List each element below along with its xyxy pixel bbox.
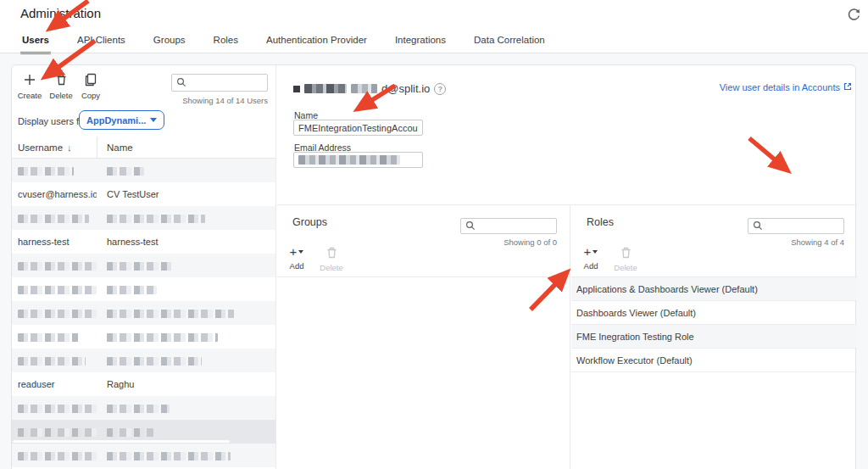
users-search [171, 74, 268, 92]
name-cell [97, 284, 275, 294]
roles-add-button[interactable]: + Add [578, 246, 604, 271]
redacted-text [18, 428, 97, 437]
plus-icon: + [290, 246, 304, 258]
users-table-body: cvuser@harness.ioCV TestUserharness-test… [12, 159, 275, 467]
table-row[interactable]: cvuser@harness.ioCV TestUser [12, 182, 275, 206]
redacted-text [298, 155, 400, 165]
tab-divider [0, 53, 868, 53]
table-row[interactable] [12, 420, 275, 444]
tab-groups[interactable]: Groups [152, 35, 187, 54]
users-panel: Create Delete Copy Showing 14 of [12, 65, 276, 469]
redacted-text [107, 215, 205, 223]
trash-icon [316, 246, 347, 260]
users-showing-count: Showing 14 of 14 Users [12, 96, 268, 105]
name-cell [97, 355, 275, 366]
name-cell [97, 403, 275, 413]
role-row[interactable]: Dashboards Viewer (Default) [571, 301, 857, 325]
username-cell [12, 284, 97, 294]
tab-users[interactable]: Users [20, 35, 51, 54]
roles-list: Applications & Dashboards Viewer (Defaul… [571, 277, 857, 372]
name-cell [97, 165, 275, 176]
name-cell [97, 450, 275, 461]
redacted-text [107, 333, 218, 342]
username-cell [12, 213, 97, 223]
name-column-header[interactable]: Name [97, 142, 133, 153]
table-row[interactable] [12, 301, 275, 325]
tab-authentication-provider[interactable]: Authentication Provider [264, 35, 369, 54]
groups-delete-button[interactable]: Delete [316, 246, 347, 272]
sort-down-icon[interactable]: ↓ [67, 142, 72, 153]
roles-search-input[interactable] [766, 221, 839, 232]
name-cell [97, 260, 275, 271]
redacted-text [18, 167, 74, 176]
table-row[interactable]: harness-testharness-test [12, 230, 275, 254]
name-cell [97, 308, 275, 318]
groups-showing-count: Showing 0 of 0 [504, 237, 557, 247]
refresh-button[interactable] [845, 8, 862, 25]
tab-data-correlation[interactable]: Data Correlation [472, 35, 547, 54]
help-icon[interactable]: ? [434, 83, 446, 95]
groups-add-button[interactable]: + Add [284, 246, 309, 271]
table-row[interactable] [12, 444, 275, 467]
refresh-icon [846, 8, 861, 25]
username-cell [12, 165, 97, 176]
table-row[interactable] [12, 254, 275, 277]
role-row[interactable]: FME Inegration Testing Role [571, 325, 857, 349]
search-icon [465, 219, 476, 234]
administration-screen: Administration Users API Clients Groups … [0, 0, 868, 469]
redacted-text [304, 84, 347, 93]
email-input[interactable] [293, 152, 423, 168]
username-cell [12, 355, 97, 366]
redacted-text [351, 84, 377, 93]
redacted-text [107, 428, 153, 437]
users-search-input[interactable] [190, 78, 263, 88]
redacted-text [18, 262, 97, 271]
page-title: Administration [20, 6, 101, 20]
table-row[interactable] [12, 277, 275, 301]
table-row[interactable] [12, 396, 275, 420]
redacted-text [107, 357, 202, 366]
content-card: Create Delete Copy Showing 14 of [11, 64, 856, 469]
tab-api-clients[interactable]: API Clients [75, 35, 127, 54]
name-input[interactable] [293, 120, 423, 136]
groups-search-input[interactable] [479, 221, 552, 232]
redacted-text [18, 452, 97, 461]
groups-add-label: Add [284, 261, 309, 271]
redacted-text [18, 310, 97, 318]
tab-roles[interactable]: Roles [212, 35, 240, 54]
roles-add-label: Add [578, 261, 604, 271]
table-row[interactable] [12, 206, 275, 230]
groups-title: Groups [292, 216, 327, 228]
table-row[interactable] [12, 349, 275, 372]
user-detail-section: d@split.io ? View user details in Accoun… [277, 65, 857, 205]
role-row[interactable]: Applications & Dashboards Viewer (Defaul… [571, 277, 857, 301]
copy-icon [75, 73, 107, 87]
table-row[interactable] [12, 325, 275, 349]
table-row[interactable]: readuserRaghu [12, 372, 275, 396]
redacted-text [18, 215, 89, 223]
redacted-text [107, 286, 157, 294]
tab-integrations[interactable]: Integrations [393, 35, 448, 54]
trash-icon [610, 246, 641, 260]
redacted-text [18, 286, 97, 294]
view-user-details-link[interactable]: View user details in Accounts [720, 82, 852, 92]
bullet-square-icon [293, 86, 300, 92]
roles-delete-button[interactable]: Delete [610, 246, 641, 272]
role-row[interactable]: Workflow Executor (Default) [571, 349, 857, 372]
trash-icon [45, 73, 77, 87]
name-cell [97, 213, 275, 223]
horizontal-scrollbar[interactable] [13, 440, 230, 444]
redacted-text [18, 405, 97, 413]
redacted-text [107, 452, 231, 461]
view-user-details-label: View user details in Accounts [720, 82, 840, 92]
name-cell [97, 427, 275, 437]
display-users-dropdown-value: AppDynami... [86, 115, 146, 126]
user-email-suffix: d@split.io [381, 82, 430, 95]
table-row[interactable] [12, 159, 275, 182]
name-cell [97, 332, 275, 342]
username-column-header[interactable]: Username [18, 142, 63, 153]
roles-showing-count: Showing 4 of 4 [791, 237, 844, 247]
groups-delete-label: Delete [316, 263, 347, 272]
display-users-dropdown[interactable]: AppDynami... [79, 110, 164, 130]
chevron-down-icon [150, 118, 157, 122]
